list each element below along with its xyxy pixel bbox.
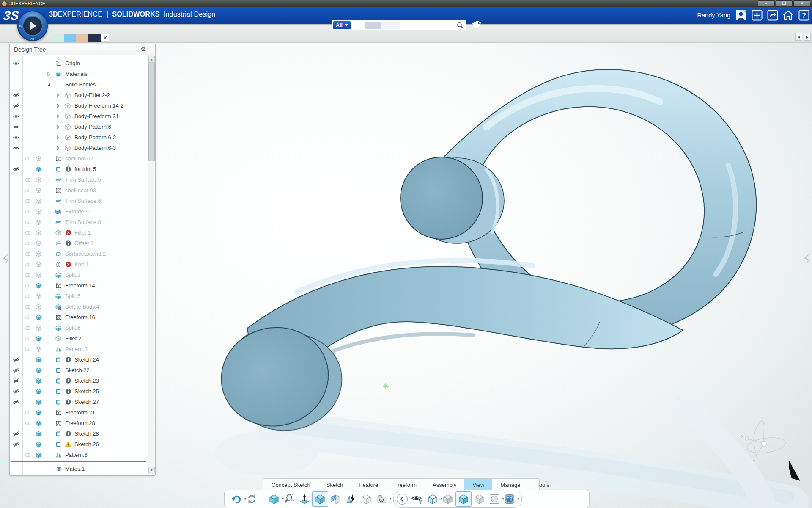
body-scope-cube-icon[interactable] [33,335,44,342]
expand-arrow-icon[interactable] [44,81,53,88]
visibility-eye-icon[interactable] [10,60,22,67]
sketch-icon[interactable] [53,441,63,448]
ribbon-tab-assembly[interactable]: Assembly [425,479,464,491]
right-panel-collapse-icon[interactable] [803,253,811,264]
body-scope-cube-icon[interactable] [33,399,44,406]
body-scope-cube-icon[interactable] [33,431,44,437]
tree-row[interactable]: Materials [10,69,147,79]
body-scope-cube-icon[interactable] [33,166,44,173]
faded-visibility-icon[interactable] [22,219,33,226]
expand-arrow-icon[interactable] [53,92,63,99]
body-scope-cube-icon[interactable] [33,420,44,427]
visibility-eye-icon[interactable] [10,134,22,141]
tree-row[interactable]: Trim Surface.6 [10,196,147,206]
split-icon[interactable] [53,272,63,279]
body-scope-cube-icon[interactable] [33,261,44,268]
expand-arrow-icon[interactable] [53,124,63,130]
ribbon-tab-sketch[interactable]: Sketch [318,479,351,491]
design-tree[interactable]: zOriginMaterialsSolid Bodies.1 Body-Fill… [10,55,147,475]
faded-visibility-icon[interactable] [22,409,33,416]
trims-icon[interactable] [53,177,63,183]
tree-row[interactable]: Freeform.14 [10,280,147,291]
body-scope-cube-icon[interactable] [33,251,44,257]
body-scope-cube-icon[interactable] [33,155,44,162]
faded-visibility-icon[interactable] [22,240,33,247]
faded-visibility-icon[interactable] [22,452,33,458]
shell-icon[interactable] [53,187,63,194]
tree-row[interactable]: Sketch.28 [10,428,147,439]
visibility-eye-icon[interactable] [10,124,22,130]
tree-row[interactable]: Body-Pattern.6 [10,121,147,132]
split-icon[interactable] [53,325,63,331]
rollback-bar[interactable] [11,461,146,462]
fillet-icon[interactable] [53,335,63,342]
hidden-lines-button[interactable] [359,492,374,506]
shaded-no-edges-button[interactable] [472,492,487,506]
tree-row[interactable]: Sketch.24 [10,354,147,365]
freeform-icon[interactable] [53,409,63,416]
hidden-eye-icon[interactable] [10,441,22,448]
ribbon-tab-view[interactable]: View [464,479,492,491]
tree-row[interactable]: Sketch.23 [10,375,147,386]
body-scope-cube-icon[interactable] [33,346,44,353]
render-style-button[interactable] [502,492,517,506]
tree-row[interactable]: Freeform.28 [10,418,147,428]
body-scope-cube-icon[interactable] [33,229,44,236]
hidden-eye-icon[interactable] [10,431,22,437]
tree-row[interactable]: Split.3 [10,270,147,280]
tree-row[interactable]: Extrude.9 [10,206,147,217]
hidden-eye-icon[interactable] [10,399,22,406]
body-scope-cube-icon[interactable] [33,314,44,321]
restore-button[interactable]: ❐ [776,0,793,7]
faded-visibility-icon[interactable] [22,261,33,268]
body-scope-cube-icon[interactable] [33,304,44,310]
sketch-icon[interactable] [53,166,63,173]
gear-icon[interactable]: ⚙ [140,46,146,52]
cubeo-icon[interactable] [63,92,73,99]
visibility-filter-button[interactable] [410,492,425,506]
pattern-icon[interactable] [53,346,63,353]
tree-row[interactable]: Offset.2 [10,238,147,248]
minimize-button[interactable]: – [758,0,775,7]
undo-button[interactable] [229,492,244,506]
shell-icon[interactable] [53,155,63,162]
body-scope-cube-icon[interactable] [33,378,44,384]
collapse-toolbar-button[interactable] [395,492,410,506]
delbody-icon[interactable] [53,304,63,310]
scrollbar-thumb[interactable] [148,63,155,161]
tree-row[interactable]: zOrigin [10,58,147,69]
info-badge-icon[interactable] [63,378,73,384]
faded-visibility-icon[interactable] [22,208,33,215]
info-badge-icon[interactable] [63,356,73,363]
section-view-button[interactable] [328,492,343,506]
tree-row[interactable]: Sketch.22 [10,365,147,375]
faded-visibility-icon[interactable] [22,272,33,279]
search-icon[interactable] [457,22,464,29]
shaded-with-edges-button[interactable] [312,491,328,507]
body-scope-cube-icon[interactable] [33,177,44,183]
avatar[interactable] [735,9,747,21]
document-tab[interactable]: ✕ [52,33,109,42]
tree-row[interactable]: Fillet.1 [10,227,147,238]
scroll-down-icon[interactable]: ▼ [148,467,155,473]
fillet-icon[interactable] [53,229,63,236]
close-tab-icon[interactable]: ✕ [101,34,109,42]
cubeo-icon[interactable] [63,134,73,141]
tree-row[interactable]: Pattern.3 [10,344,147,354]
sketch-icon[interactable] [53,388,63,395]
environment-button[interactable] [487,492,502,506]
faded-visibility-icon[interactable] [22,229,33,236]
tree-row[interactable]: for trim 5 [10,164,147,174]
tree-row[interactable]: SurfaceExtend.2 [10,248,147,259]
tree-row[interactable]: Mates.1 [10,464,147,474]
faded-visibility-icon[interactable] [22,420,33,427]
faded-visibility-icon[interactable] [22,155,33,162]
expand-arrow-icon[interactable] [44,71,53,77]
window-titlebar[interactable]: 3DEXPERIENCE – ❐ ✕ [0,0,812,7]
body-scope-cube-icon[interactable] [33,187,44,194]
visibility-eye-icon[interactable] [10,145,22,152]
rebuild-button[interactable] [244,492,259,506]
tree-row[interactable]: Pattern.6 [10,450,147,460]
materials-icon[interactable] [53,71,63,77]
trims-icon[interactable] [53,219,63,226]
